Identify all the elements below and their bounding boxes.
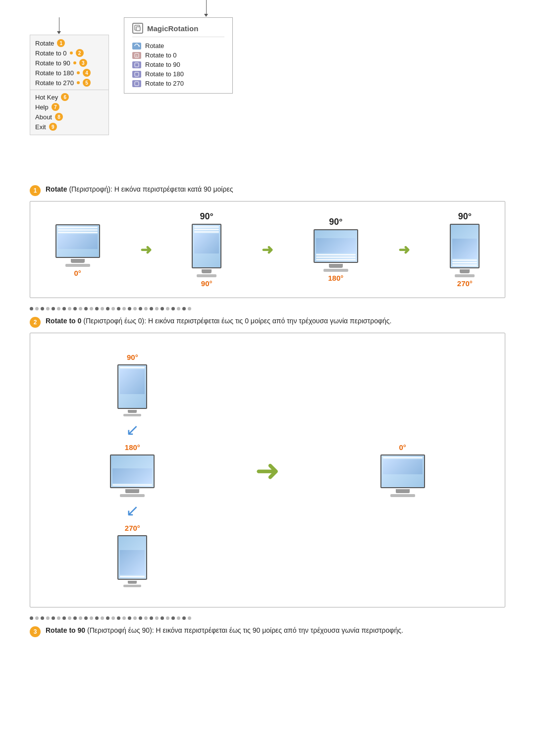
monitor-frame-90 [192,224,221,277]
section3-title: Rotate to 90 (Περιστροφή έως 90): Η εικό… [46,626,403,636]
monitor-frame-270 [450,224,480,277]
menu-dot-3 [73,61,76,64]
panel-item-label: Rotate to 0 [145,51,177,59]
menu-item-rotate90[interactable]: Rotate to 90 3 [30,58,108,68]
rotate-icon [132,43,141,50]
menu-label: Rotate to 0 [35,50,67,57]
menu-badge-5: 5 [83,79,91,87]
menu-badge-7: 7 [52,103,59,111]
panel-title: MagicRotation [132,23,224,37]
svg-rect-7 [135,82,139,86]
section1-badge: 1 [30,185,41,196]
magic-rotation-icon [132,23,143,34]
screen-s2-mid [110,454,155,488]
section2-title: Rotate to 0 (Περιστροφή έως 0): Η εικόνα… [46,316,391,326]
panel-item-rotate[interactable]: Rotate [132,41,224,50]
mon-s2-mid: 180° [110,443,155,497]
arrow-1: ➜ [140,242,152,258]
section3-header: 3 Rotate to 90 (Περιστροφή έως 90): Η ει… [30,626,505,637]
section1-title: Rotate (Περιστροφή): Η εικόνα περιστρέφε… [46,185,233,195]
mon-s2-result: 0° [380,443,425,497]
magic-rotation-panel: MagicRotation Rotate 0 Rotate to 0 Rotat… [124,17,233,94]
rotate270-icon [132,80,141,87]
panel-title-text: MagicRotation [147,24,198,33]
section1-content: 0° ➜ 90° 90° ➜ 90° [30,201,505,298]
panel-item-rotate90[interactable]: Rotate to 90 [132,60,224,69]
menu-badge-1: 1 [57,39,65,47]
menu-label: Help [35,103,49,111]
menu-badge-8: 8 [55,113,63,121]
menu-item-rotate0[interactable]: Rotate to 0 2 [30,48,108,58]
panel-item-label: Rotate to 90 [145,61,180,68]
panel-item-rotate180[interactable]: Rotate to 180 [132,69,224,79]
mon-s2-bot: 270° [117,524,147,587]
screen-s2-top [117,364,147,409]
menu-badge-6: 6 [61,93,69,101]
menu-label: Hot Key [35,94,58,101]
rotate0-icon: 0 [132,52,141,59]
top-section: Rotate 1 Rotate to 0 2 Rotate to 90 3 Ro… [30,15,505,135]
svg-text:0: 0 [136,54,138,57]
monitor-0deg: 0° [55,222,100,277]
section3-badge: 3 [30,626,41,637]
mon-s2-top: 90° [117,353,147,416]
degree-label-270: 270° [457,279,473,288]
curved-arrow-2: ↙ [126,501,139,520]
section2-header: 2 Rotate to 0 (Περιστροφή έως 0): Η εικό… [30,316,505,328]
svg-rect-6 [135,72,139,76]
context-menu: Rotate 1 Rotate to 0 2 Rotate to 90 3 Ro… [30,35,109,135]
degree-label-0: 0° [74,269,81,277]
menu-item-rotate[interactable]: Rotate 1 [30,38,108,48]
menu-item-rotate180[interactable]: Rotate to 180 4 [30,68,108,78]
monitor-180deg: 90° 180° [314,217,358,282]
screen-s2-bot [117,535,147,580]
big-green-arrow: ➜ [255,453,280,488]
menu-item-rotate270[interactable]: Rotate to 270 5 [30,78,108,88]
panel-item-rotate270[interactable]: Rotate to 270 [132,79,224,88]
menu-item-help[interactable]: Help 7 [30,102,108,112]
screen-s2-result [380,454,425,488]
rotate180-icon [132,71,141,78]
menu-label: About [35,113,52,121]
screen-90 [192,224,221,268]
panel-item-label: Rotate to 180 [145,70,184,78]
menu-badge-9: 9 [49,123,57,131]
menu-label: Rotate to 270 [35,79,74,87]
menu-badge-2: 2 [76,49,84,57]
menu-item-exit[interactable]: Exit 9 [30,122,108,132]
arrow-3: ➜ [398,242,410,258]
menu-label: Rotate to 180 [35,69,74,77]
panel-item-label: Rotate to 270 [145,80,184,87]
monitor-frame-180 [314,229,358,272]
svg-rect-5 [135,63,139,67]
section2-badge: 2 [30,317,41,328]
dot-separator-2 [30,616,505,620]
screen-0 [55,224,100,258]
svg-rect-1 [136,27,140,31]
menu-label: Exit [35,123,46,131]
menu-badge-4: 4 [83,69,91,77]
monitor-90deg: 90° 90° [192,211,221,288]
menu-dot-2 [70,51,73,54]
panel-item-label: Rotate [145,42,164,50]
menu-item-about[interactable]: About 8 [30,112,108,122]
rotation-diagram-1: 0° ➜ 90° 90° ➜ 90° [40,211,495,288]
menu-label: Rotate [35,40,54,47]
dot-separator-1 [30,307,505,310]
menu-item-hotkey[interactable]: Hot Key 6 [30,92,108,102]
monitor-270deg: 90° 270° [450,211,480,288]
curved-arrow-1: ↙ [126,420,139,439]
degree-label-90: 90° [201,279,213,288]
section1-header: 1 Rotate (Περιστροφή): Η εικόνα περιστρέ… [30,185,505,196]
panel-item-rotate0[interactable]: 0 Rotate to 0 [132,50,224,60]
menu-label: Rotate to 90 [35,59,70,67]
svg-marker-2 [139,45,140,47]
monitor-frame-0 [55,224,100,267]
arrow-2: ➜ [262,242,273,258]
section2-content: 90° ↙ 180° ↙ [30,333,505,607]
menu-dot-5 [77,81,80,84]
rotate90-icon [132,61,141,68]
screen-180 [314,229,358,263]
menu-badge-3: 3 [79,59,87,67]
degree-label-180: 180° [328,274,343,282]
